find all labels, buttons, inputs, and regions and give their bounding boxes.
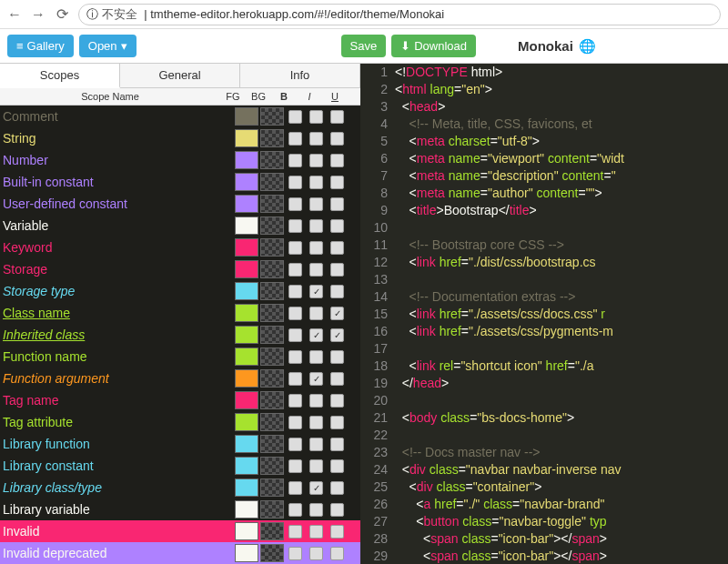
bold-checkbox[interactable] (288, 503, 302, 517)
scope-row[interactable]: Library variable (0, 499, 360, 520)
scope-row[interactable]: Number (0, 149, 360, 171)
bg-swatch[interactable] (260, 347, 284, 366)
underline-checkbox[interactable] (330, 547, 344, 560)
bold-checkbox[interactable] (288, 307, 302, 320)
bg-swatch[interactable] (260, 107, 284, 126)
italic-checkbox[interactable]: ✓ (309, 372, 323, 386)
underline-checkbox[interactable] (330, 438, 344, 451)
scope-row[interactable]: Storage (0, 258, 360, 280)
bold-checkbox[interactable] (288, 132, 302, 146)
italic-checkbox[interactable] (309, 547, 323, 560)
scope-row[interactable]: Variable (0, 215, 360, 237)
fg-swatch[interactable] (235, 304, 258, 322)
underline-checkbox[interactable] (330, 263, 344, 277)
fg-swatch[interactable] (235, 260, 258, 278)
url-bar[interactable]: ⓘ 不安全 | tmtheme-editor.herokuapp.com/#!/… (78, 4, 721, 25)
bold-checkbox[interactable] (288, 154, 302, 167)
underline-checkbox[interactable] (330, 241, 344, 255)
bold-checkbox[interactable] (288, 394, 302, 408)
fg-swatch[interactable] (235, 500, 258, 519)
bold-checkbox[interactable] (288, 263, 302, 277)
bold-checkbox[interactable] (288, 110, 302, 124)
bg-swatch[interactable] (260, 173, 284, 191)
underline-checkbox[interactable] (330, 110, 344, 124)
underline-checkbox[interactable] (330, 459, 344, 473)
italic-checkbox[interactable] (309, 176, 323, 189)
scope-row[interactable]: User-defined constant (0, 193, 360, 215)
scope-row[interactable]: Comment (0, 106, 360, 127)
underline-checkbox[interactable] (330, 416, 344, 429)
bold-checkbox[interactable] (288, 241, 302, 255)
bg-swatch[interactable] (260, 304, 284, 322)
italic-checkbox[interactable] (309, 154, 323, 167)
reload-button[interactable]: ⟳ (55, 7, 69, 22)
fg-swatch[interactable] (235, 173, 258, 191)
scope-row[interactable]: Invalid (0, 520, 360, 542)
italic-checkbox[interactable] (309, 241, 323, 255)
tab-scopes[interactable]: Scopes (0, 64, 120, 88)
fg-swatch[interactable] (235, 435, 258, 453)
scope-row[interactable]: String (0, 127, 360, 149)
bg-swatch[interactable] (260, 435, 284, 453)
bold-checkbox[interactable] (288, 197, 302, 211)
italic-checkbox[interactable] (309, 219, 323, 233)
scope-row[interactable]: Keyword (0, 237, 360, 258)
italic-checkbox[interactable] (309, 394, 323, 408)
bg-swatch[interactable] (260, 195, 284, 213)
scope-row[interactable]: Library constant (0, 455, 360, 477)
bg-swatch[interactable] (260, 151, 284, 169)
bg-swatch[interactable] (260, 129, 284, 147)
scope-row[interactable]: Library class/type✓ (0, 477, 360, 499)
underline-checkbox[interactable] (330, 372, 344, 386)
fg-swatch[interactable] (235, 195, 258, 213)
italic-checkbox[interactable] (309, 438, 323, 451)
bold-checkbox[interactable] (288, 219, 302, 233)
open-button[interactable]: Open▾ (79, 35, 136, 57)
underline-checkbox[interactable] (330, 197, 344, 211)
bg-swatch[interactable] (260, 217, 284, 235)
italic-checkbox[interactable] (309, 459, 323, 473)
bg-swatch[interactable] (260, 391, 284, 409)
underline-checkbox[interactable]: ✓ (330, 328, 344, 342)
fg-swatch[interactable] (235, 347, 258, 366)
bold-checkbox[interactable] (288, 459, 302, 473)
bold-checkbox[interactable] (288, 438, 302, 451)
underline-checkbox[interactable] (330, 350, 344, 364)
bold-checkbox[interactable] (288, 372, 302, 386)
bg-swatch[interactable] (260, 544, 284, 562)
underline-checkbox[interactable] (330, 176, 344, 189)
italic-checkbox[interactable]: ✓ (309, 328, 323, 342)
scope-row[interactable]: Function name (0, 346, 360, 368)
fg-swatch[interactable] (235, 107, 258, 126)
fg-swatch[interactable] (235, 129, 258, 147)
italic-checkbox[interactable] (309, 350, 323, 364)
forward-button[interactable]: → (31, 7, 46, 22)
bg-swatch[interactable] (260, 413, 284, 431)
italic-checkbox[interactable] (309, 110, 323, 124)
fg-swatch[interactable] (235, 369, 258, 388)
fg-swatch[interactable] (235, 282, 258, 300)
bold-checkbox[interactable] (288, 285, 302, 298)
scope-row[interactable]: Tag attribute (0, 411, 360, 433)
italic-checkbox[interactable] (309, 503, 323, 517)
bg-swatch[interactable] (260, 500, 284, 519)
bold-checkbox[interactable] (288, 176, 302, 189)
scope-row[interactable]: Invalid deprecated (0, 542, 360, 564)
fg-swatch[interactable] (235, 151, 258, 169)
bold-checkbox[interactable] (288, 328, 302, 342)
fg-swatch[interactable] (235, 326, 258, 344)
underline-checkbox[interactable] (330, 132, 344, 146)
scope-row[interactable]: Tag name (0, 389, 360, 411)
scope-row[interactable]: Function argument✓ (0, 368, 360, 389)
italic-checkbox[interactable] (309, 263, 323, 277)
underline-checkbox[interactable]: ✓ (330, 307, 344, 320)
fg-swatch[interactable] (235, 217, 258, 235)
bg-swatch[interactable] (260, 457, 284, 475)
download-button[interactable]: ⬇Download (391, 35, 476, 57)
bg-swatch[interactable] (260, 238, 284, 257)
bg-swatch[interactable] (260, 260, 284, 278)
fg-swatch[interactable] (235, 544, 258, 562)
fg-swatch[interactable] (235, 522, 258, 540)
underline-checkbox[interactable] (330, 394, 344, 408)
scope-row[interactable]: Class name✓ (0, 302, 360, 324)
